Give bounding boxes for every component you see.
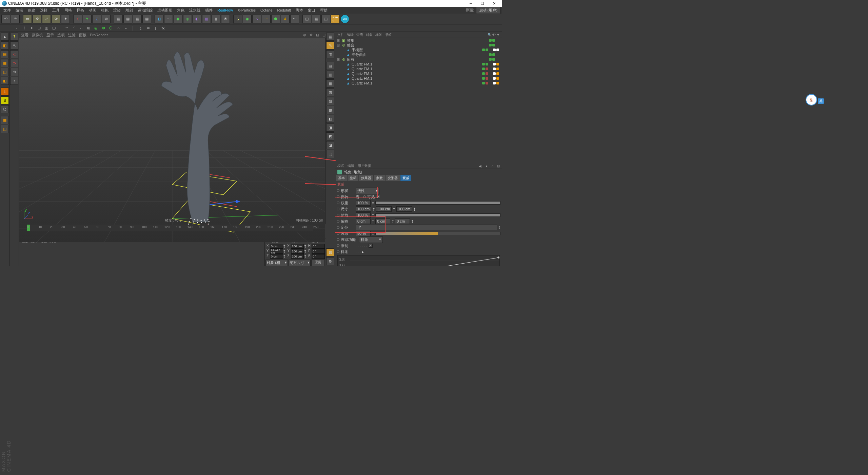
sec-tool-3[interactable]: ⋄: [28, 25, 35, 31]
rp-1[interactable]: ▦: [326, 33, 334, 41]
point-mode[interactable]: ▦: [1, 59, 9, 67]
model-mode[interactable]: ◧: [1, 41, 9, 50]
menu-mesh[interactable]: 网格: [62, 7, 74, 14]
object-row[interactable]: ▲Quartz FM.1: [335, 81, 502, 86]
sec-tool-20[interactable]: fx: [160, 25, 166, 31]
atab-falloff[interactable]: 衰减: [400, 175, 411, 181]
rp-gear[interactable]: ⚙: [326, 257, 334, 265]
menu-redshift[interactable]: Redshift: [275, 7, 293, 13]
menu-mograph[interactable]: 运动图形: [155, 7, 174, 14]
objtab-file[interactable]: 文件: [337, 33, 344, 37]
help-button[interactable]: ?: [10, 33, 18, 41]
rp-13[interactable]: ◪: [326, 141, 334, 149]
edge-mode[interactable]: ◫: [1, 68, 9, 76]
tool-d[interactable]: ⟲: [10, 68, 18, 76]
atab-deform[interactable]: 变形器: [386, 175, 400, 181]
menu-char[interactable]: 角色: [175, 7, 186, 14]
vp-menu-opt[interactable]: 选项: [57, 33, 65, 38]
render-pic-button[interactable]: ▦: [133, 15, 142, 23]
menu-sim[interactable]: 模拟: [99, 7, 111, 14]
clamp-checkbox[interactable]: ✓: [369, 244, 373, 248]
rf2-button[interactable]: ⬣: [271, 15, 280, 23]
render-region-button[interactable]: ▦: [123, 15, 132, 23]
menu-mtrack[interactable]: 运动跟踪: [136, 7, 155, 14]
off-z[interactable]: 0 cm: [395, 218, 410, 224]
func-select[interactable]: 样条▾: [359, 236, 383, 243]
generator-primitive[interactable]: ◎: [183, 15, 192, 23]
z-axis-lock[interactable]: Z: [92, 15, 101, 23]
objtab-view[interactable]: 查看: [356, 33, 363, 37]
sec-tool-6[interactable]: ▢: [51, 25, 57, 31]
tool-c[interactable]: ⊃: [10, 59, 18, 67]
sec-tool-15[interactable]: ⌐: [123, 25, 129, 31]
redo-button[interactable]: ↷: [11, 15, 20, 23]
axis-mode[interactable]: L: [1, 88, 9, 96]
menu-help[interactable]: 帮助: [318, 7, 330, 14]
menu-file[interactable]: 文件: [1, 7, 13, 14]
timeline-ruler[interactable]: 0102030405060708090100110120130140150160…: [27, 225, 313, 231]
object-row[interactable]: ⊟⊙所有: [335, 57, 502, 62]
light-obj[interactable]: ☀: [221, 15, 230, 23]
object-row[interactable]: ▲手模型: [335, 48, 502, 52]
size-z[interactable]: 100 cm: [396, 206, 412, 212]
world-axis[interactable]: ⊕: [102, 15, 111, 23]
rot-p[interactable]: 0 °: [312, 249, 325, 254]
rf-button[interactable]: 〰: [262, 15, 271, 23]
menu-pipe[interactable]: 流水线: [187, 7, 202, 14]
vp-menu-cam[interactable]: 摄像机: [32, 33, 43, 38]
vp-menu-filt[interactable]: 过滤: [68, 33, 76, 38]
falloff-graph[interactable]: 0.8 0.6 0.4 0.2 0.00.3 0.50.75 1.0: [337, 255, 500, 266]
search-icon[interactable]: 🔍: [488, 33, 492, 37]
rp-4[interactable]: ▤: [326, 62, 334, 70]
objtab-edit[interactable]: 编辑: [347, 33, 354, 37]
rp-11[interactable]: ◨: [326, 124, 334, 132]
objtab-tag[interactable]: 标签: [375, 33, 382, 37]
coord-mode-select[interactable]: 对象 (相对)▾: [265, 260, 288, 266]
weight-input[interactable]: 100 %: [356, 200, 371, 206]
object-row[interactable]: ▲Quartz FM.1: [335, 71, 502, 76]
render-ext3[interactable]: ⬚: [321, 15, 330, 23]
menu-create[interactable]: 创建: [26, 7, 37, 14]
scale-slider[interactable]: [375, 213, 500, 217]
tool-e[interactable]: ↕: [10, 77, 18, 85]
move-tool[interactable]: ✥: [33, 15, 41, 23]
coord-apply-button[interactable]: 应用: [311, 260, 325, 266]
undo-button[interactable]: ↶: [1, 15, 10, 23]
vp-menu-pro[interactable]: ProRender: [90, 33, 108, 37]
sec-tool-10[interactable]: ⊞: [85, 25, 92, 31]
rp-mode[interactable]: ⊡: [326, 248, 334, 256]
nurbs-primitive[interactable]: ◉: [174, 15, 182, 23]
viewport[interactable]: 透视视图: [19, 38, 326, 224]
maximize-button[interactable]: ❐: [477, 0, 488, 7]
coord-size-select[interactable]: 绝对尺寸▾: [289, 260, 311, 266]
vp-menu-view[interactable]: 查看: [21, 33, 28, 38]
sec-tool-2[interactable]: ⊹: [21, 25, 27, 31]
rot-h[interactable]: 0 °: [312, 244, 325, 249]
camera-obj[interactable]: ▯: [212, 15, 220, 23]
hand-tool[interactable]: ⊂: [10, 50, 18, 58]
object-row[interactable]: ▲细分曲面: [335, 52, 502, 57]
misc-button[interactable]: ⋯: [290, 15, 299, 23]
render-ext2[interactable]: ▦: [312, 15, 321, 23]
psr-button[interactable]: PSR0: [331, 15, 340, 23]
atab-basic[interactable]: 基本: [336, 175, 347, 181]
atab-effector[interactable]: 效果器: [359, 175, 373, 181]
attr-nav-back[interactable]: ◀: [479, 164, 481, 168]
xp-button[interactable]: S: [233, 15, 242, 23]
sec-tool-1[interactable]: ◦: [14, 25, 20, 31]
menu-octane[interactable]: Octane: [258, 7, 274, 13]
menu-select[interactable]: 选择: [38, 7, 50, 14]
sec-tool-13[interactable]: ⬡: [108, 25, 114, 31]
rp-2[interactable]: ✎: [326, 41, 334, 50]
object-row[interactable]: ▲Quartz FM.1: [335, 62, 502, 66]
render-view-button[interactable]: ▦: [114, 15, 123, 23]
rp-3[interactable]: ◫: [326, 50, 334, 58]
menu-tools[interactable]: 工具: [50, 7, 62, 14]
filter-icon[interactable]: ▼: [496, 33, 500, 37]
layout-dropdown[interactable]: 启动 (用户): [476, 7, 500, 14]
rp-8[interactable]: ▨: [326, 97, 334, 105]
attr-edit[interactable]: 编辑: [348, 164, 354, 168]
sec-tool-18[interactable]: ≋: [145, 25, 151, 31]
cube-primitive[interactable]: ◧: [155, 15, 163, 23]
render-ext1[interactable]: ◫: [302, 15, 311, 23]
